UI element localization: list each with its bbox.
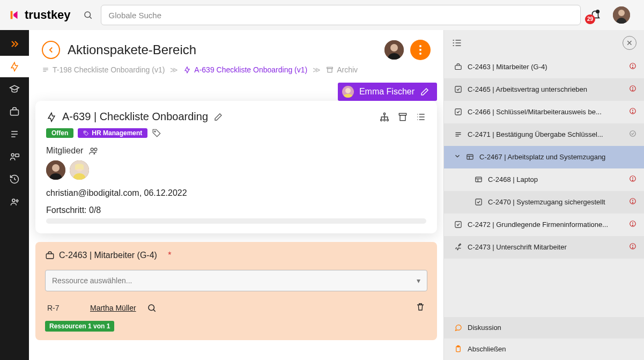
svg-rect-58 <box>455 86 461 92</box>
member-avatar-2[interactable] <box>70 160 89 180</box>
edit-title-button[interactable] <box>213 112 223 122</box>
caret-down-icon: ▾ <box>417 276 420 285</box>
svg-point-4 <box>618 10 625 16</box>
panel-item[interactable]: C-2472 | Grundlegende Firmeninformatione… <box>444 214 644 236</box>
svg-point-26 <box>381 119 382 121</box>
svg-line-47 <box>153 310 155 311</box>
svg-point-57 <box>632 67 633 68</box>
resource-select-placeholder: Ressource auswählen... <box>52 276 132 285</box>
status-warn-icon <box>629 175 636 184</box>
sidebar-item-actions[interactable] <box>0 56 29 77</box>
outline-icon[interactable] <box>451 38 462 48</box>
panel-item[interactable]: C-2471 | Bestätigung Übergabe Schlüssel.… <box>444 123 644 146</box>
breadcrumb-current-label: A-639 Checkliste Onboarding (v1) <box>194 65 307 74</box>
panel-item-label: C-2471 | Bestätigung Übergabe Schlüssel.… <box>468 130 603 138</box>
panel-item-label: C-2470 | Systemzugang sichergestellt <box>488 198 605 206</box>
panel-item-label: C-2472 | Grundlegende Firmeninformatione… <box>468 221 608 229</box>
breadcrumb-current[interactable]: A-639 Checkliste Onboarding (v1) <box>183 65 307 74</box>
current-user-avatar[interactable] <box>613 6 630 24</box>
sidebar-collapse-toggle[interactable] <box>0 33 29 55</box>
svg-rect-79 <box>475 199 481 205</box>
sidebar-item-jobs[interactable] <box>0 101 29 122</box>
check-icon <box>454 221 462 229</box>
sidebar-item-docs[interactable] <box>0 123 29 145</box>
members-icon[interactable] <box>88 145 99 156</box>
panel-item[interactable]: C-2467 | Arbeitsplatz und Systemzugang <box>444 146 644 168</box>
add-tag-button[interactable] <box>152 128 161 138</box>
back-button[interactable] <box>42 41 60 59</box>
svg-point-16 <box>419 49 421 51</box>
panel-complete[interactable]: Abschließen <box>444 339 644 360</box>
svg-point-14 <box>390 44 398 52</box>
sidebar-item-history[interactable] <box>0 168 29 190</box>
breadcrumb-prev[interactable]: T-198 Checkliste Onboarding (v1) <box>42 65 165 74</box>
panel-item[interactable]: C-2470 | Systemzugang sichergestellt <box>444 191 644 214</box>
more-actions-button[interactable] <box>410 40 431 60</box>
panel-complete-label: Abschließen <box>468 345 506 353</box>
svg-point-89 <box>632 247 633 248</box>
breadcrumb-archive[interactable]: Archiv <box>326 65 358 74</box>
lines-icon <box>454 130 462 138</box>
svg-rect-54 <box>455 65 461 70</box>
resource-search-icon[interactable] <box>147 303 157 313</box>
notifications-count: 29 <box>585 14 595 24</box>
panel-item[interactable]: C-2473 | Unterschrift Mitarbeiter <box>444 236 644 259</box>
sidebar-item-training[interactable] <box>0 146 29 167</box>
svg-point-38 <box>154 131 156 132</box>
search-icon[interactable] <box>79 6 97 24</box>
clipboard-icon <box>454 345 462 353</box>
notifications-button[interactable]: 29 <box>589 9 601 22</box>
member-avatar-1[interactable] <box>46 160 65 180</box>
resource-select[interactable]: Ressource auswählen... ▾ <box>45 270 427 291</box>
resource-name-link[interactable]: Martha Müller <box>90 304 136 312</box>
breadcrumb-prev-label: T-198 Checkliste Onboarding (v1) <box>53 65 165 74</box>
panel-item[interactable]: C-2463 | Mitarbeiter (G-4) <box>444 56 644 78</box>
assignee-avatar <box>342 86 354 98</box>
panel-item[interactable]: C-2466 | Schlüssel/Mitarbeiterausweis be… <box>444 101 644 123</box>
sidebar-item-admin[interactable] <box>0 191 29 212</box>
hierarchy-icon[interactable] <box>379 112 390 122</box>
svg-point-65 <box>632 112 633 113</box>
status-warn-icon <box>629 62 636 71</box>
svg-point-15 <box>419 45 421 47</box>
panel-discussion[interactable]: Diskussion <box>444 317 644 339</box>
panel-close-button[interactable]: ✕ <box>623 36 636 50</box>
svg-point-46 <box>149 305 154 311</box>
tag-hr-management[interactable]: HR Management <box>78 128 147 138</box>
svg-line-1 <box>90 17 91 18</box>
brand-logo[interactable]: trustkey <box>9 8 71 22</box>
svg-point-12 <box>16 200 18 202</box>
sidebar-item-learning[interactable] <box>0 78 29 100</box>
list-view-icon[interactable] <box>416 112 426 122</box>
svg-rect-22 <box>328 69 332 72</box>
svg-rect-10 <box>16 154 19 157</box>
status-warn-icon <box>629 107 636 116</box>
svg-point-2 <box>596 10 599 13</box>
action-package-card: A-639 | Checkliste Onboarding Offen HR M… <box>35 101 437 233</box>
svg-rect-83 <box>455 222 461 227</box>
status-badge-open: Offen <box>46 128 73 138</box>
svg-rect-70 <box>467 155 472 159</box>
progress-label: Fortschritt: 0/8 <box>46 205 426 215</box>
assignee-pill[interactable]: Emma Fischer <box>338 83 437 101</box>
rocket-icon <box>46 112 57 122</box>
tag-label: HR Management <box>92 129 142 137</box>
panel-item[interactable]: C-2465 | Arbeitsvertrag unterschrieben <box>444 78 644 101</box>
svg-point-9 <box>11 153 14 156</box>
tag-icon <box>83 130 89 136</box>
chevron-down-icon <box>454 152 461 161</box>
svg-point-28 <box>387 119 388 121</box>
panel-item[interactable]: C-2468 | Laptop <box>444 168 644 191</box>
resource-delete-button[interactable] <box>416 302 425 313</box>
page-owner-avatar[interactable] <box>384 40 404 60</box>
panel-item-label: C-2467 | Arbeitsplatz und Systemzugang <box>479 153 605 161</box>
svg-rect-62 <box>455 109 461 115</box>
breadcrumb: T-198 Checkliste Onboarding (v1) ≫ A-639… <box>42 65 431 74</box>
archive-action-icon[interactable] <box>397 112 408 122</box>
svg-point-27 <box>383 119 385 121</box>
global-search-input[interactable] <box>101 5 581 25</box>
status-warn-icon <box>629 243 636 252</box>
check-icon <box>474 198 483 206</box>
chat-icon <box>454 324 462 332</box>
sign-icon <box>454 243 462 251</box>
